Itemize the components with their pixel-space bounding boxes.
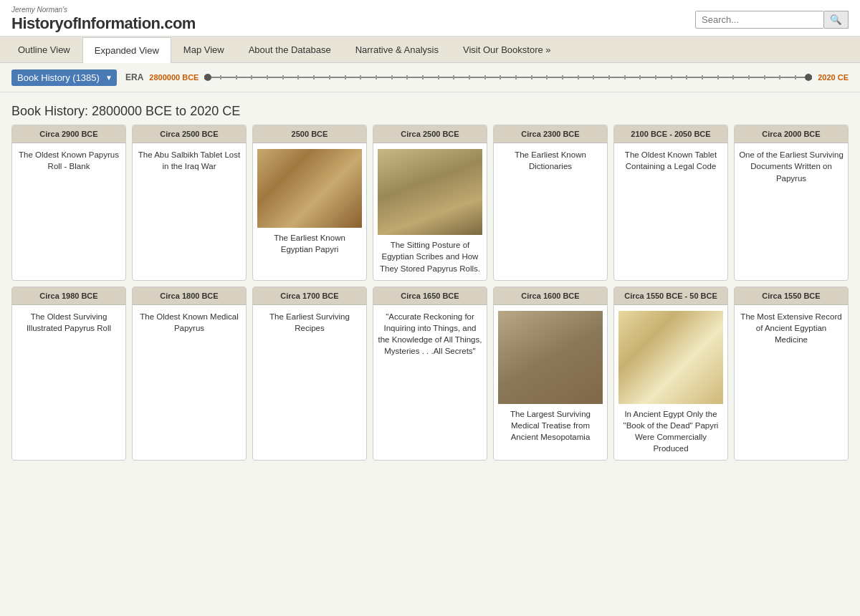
era-bar: Book History (1385) ERA 2800000 BCE 2020… (0, 63, 860, 92)
card-date: Circa 1550 BCE - 50 BCE (614, 287, 727, 305)
page-title: Book History: 2800000 BCE to 2020 CE (11, 104, 849, 119)
search-button[interactable]: 🔍 (824, 11, 849, 29)
card-date: Circa 2500 BCE (373, 125, 487, 143)
card-text: The Earliest Known Dictionaries (498, 149, 603, 172)
card[interactable]: Circa 1550 BCE - 50 BCEIn Ancient Egypt … (613, 287, 728, 461)
card[interactable]: Circa 2900 BCEThe Oldest Known Papyrus R… (11, 125, 126, 280)
card-date: Circa 2000 BCE (735, 125, 848, 143)
card-text: The Largest Surviving Medical Treatise f… (498, 408, 603, 443)
card-body: The Oldest Known Medical Papyrus (133, 305, 246, 460)
card[interactable]: Circa 1600 BCEThe Largest Surviving Medi… (493, 287, 608, 461)
card-date: Circa 1550 BCE (735, 287, 848, 305)
range-handle-left[interactable] (204, 74, 211, 81)
card-text: The Abu Salbikh Tablet Lost in the Iraq … (137, 149, 242, 172)
era-label: ERA (125, 72, 143, 82)
card-text: The Sitting Posture of Egyptian Scribes … (378, 239, 482, 274)
site-tagline: Jeremy Norman's (11, 6, 196, 14)
card-date: Circa 1980 BCE (12, 287, 125, 305)
card-body: One of the Earliest Surviving Documents … (735, 143, 848, 279)
search-container: 🔍 (695, 11, 849, 29)
card-date: Circa 1700 BCE (253, 287, 366, 305)
card[interactable]: Circa 2000 BCEOne of the Earliest Surviv… (734, 125, 849, 280)
card-date: Circa 2900 BCE (12, 125, 125, 143)
card[interactable]: 2500 BCEThe Earliest Known Egyptian Papy… (252, 125, 367, 280)
card-date: Circa 1800 BCE (133, 287, 246, 305)
card-body: In Ancient Egypt Only the "Book of the D… (614, 305, 727, 460)
main-nav: Outline ViewExpanded ViewMap ViewAbout t… (0, 37, 860, 63)
card-image-stone-tablet (378, 149, 482, 235)
card[interactable]: Circa 1700 BCEThe Earliest Surviving Rec… (252, 287, 367, 461)
range-line (204, 77, 812, 78)
cards-grid: Circa 2900 BCEThe Oldest Known Papyrus R… (0, 125, 860, 472)
theme-select[interactable]: Book History (1385) (11, 69, 117, 86)
card-text: The Most Extensive Record of Ancient Egy… (739, 311, 844, 345)
card-body: The Oldest Surviving Illustrated Papyrus… (12, 305, 125, 460)
card-text: In Ancient Egypt Only the "Book of the D… (618, 408, 723, 454)
card-body: The Sitting Posture of Egyptian Scribes … (373, 143, 487, 279)
card[interactable]: 2100 BCE - 2050 BCEThe Oldest Known Tabl… (613, 125, 728, 280)
card[interactable]: Circa 1980 BCEThe Oldest Surviving Illus… (11, 287, 126, 461)
card-body: The Earliest Surviving Recipes (253, 305, 366, 460)
card-body: The Abu Salbikh Tablet Lost in the Iraq … (133, 143, 246, 279)
card-date: 2500 BCE (253, 125, 366, 143)
card[interactable]: Circa 2500 BCEThe Sitting Posture of Egy… (373, 125, 487, 280)
nav-tab-map[interactable]: Map View (171, 37, 236, 62)
card-text: One of the Earliest Surviving Documents … (739, 149, 844, 183)
card-image-egyptian-painting (618, 311, 723, 404)
era-start: 2800000 BCE (149, 73, 199, 82)
theme-selector-wrapper[interactable]: Book History (1385) (11, 69, 117, 86)
card-text: The Oldest Surviving Illustrated Papyrus… (16, 311, 121, 334)
range-handle-right[interactable] (805, 74, 812, 81)
card-text: "Accurate Reckoning for Inquiring into T… (378, 311, 482, 357)
card-date: Circa 1650 BCE (373, 287, 487, 305)
card[interactable]: Circa 1650 BCE"Accurate Reckoning for In… (373, 287, 487, 461)
card-body: The Oldest Known Tablet Containing a Leg… (614, 143, 727, 279)
card-image-medical (498, 311, 603, 404)
card-body: The Earliest Known Dictionaries (494, 143, 607, 279)
card-body: The Most Extensive Record of Ancient Egy… (735, 305, 848, 460)
nav-tab-bookstore[interactable]: Visit Our Bookstore » (451, 37, 563, 62)
card-text: The Earliest Known Egyptian Papyri (257, 232, 362, 255)
page-title-bar: Book History: 2800000 BCE to 2020 CE (0, 92, 860, 125)
card-text: The Oldest Known Papyrus Roll - Blank (16, 149, 121, 172)
site-name-container: Jeremy Norman's HistoryofInformation.com (11, 6, 196, 33)
card-image-papyrus (257, 149, 362, 228)
card[interactable]: Circa 2300 BCEThe Earliest Known Diction… (493, 125, 608, 280)
site-header: Jeremy Norman's HistoryofInformation.com… (0, 0, 860, 37)
card-body: "Accurate Reckoning for Inquiring into T… (373, 305, 487, 460)
search-input[interactable] (695, 11, 824, 29)
range-fill (204, 77, 812, 78)
card-text: The Oldest Known Medical Papyrus (137, 311, 242, 334)
nav-tab-about[interactable]: About the Database (236, 37, 343, 62)
card[interactable]: Circa 1550 BCEThe Most Extensive Record … (734, 287, 849, 461)
card-date: 2100 BCE - 2050 BCE (614, 125, 727, 143)
card-body: The Largest Surviving Medical Treatise f… (494, 305, 607, 460)
card-body: The Earliest Known Egyptian Papyri (253, 143, 366, 279)
card-date: Circa 2300 BCE (494, 125, 607, 143)
card-body: The Oldest Known Papyrus Roll - Blank (12, 143, 125, 279)
nav-tab-narrative[interactable]: Narrative & Analysis (343, 37, 451, 62)
card-text: The Oldest Known Tablet Containing a Leg… (618, 149, 723, 172)
era-range-slider[interactable] (204, 69, 812, 86)
era-end: 2020 CE (818, 73, 849, 82)
card-date: Circa 1600 BCE (494, 287, 607, 305)
era-range-container: ERA 2800000 BCE 2020 CE (125, 69, 849, 86)
nav-tab-expanded[interactable]: Expanded View (82, 37, 171, 63)
card[interactable]: Circa 2500 BCEThe Abu Salbikh Tablet Los… (132, 125, 247, 280)
site-title: HistoryofInformation.com (11, 14, 196, 33)
card[interactable]: Circa 1800 BCEThe Oldest Known Medical P… (132, 287, 247, 461)
card-text: The Earliest Surviving Recipes (257, 311, 362, 334)
nav-tab-outline[interactable]: Outline View (6, 37, 82, 62)
card-date: Circa 2500 BCE (133, 125, 246, 143)
